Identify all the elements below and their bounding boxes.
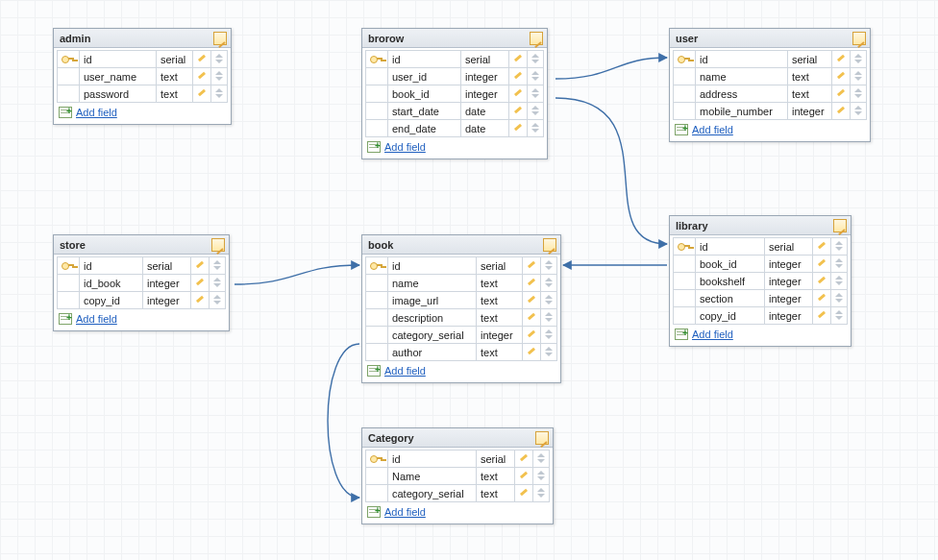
field-row[interactable]: image_urltext (366, 292, 557, 309)
reorder-field-button[interactable] (210, 257, 226, 275)
table-header[interactable]: brorow (362, 29, 547, 48)
field-row[interactable]: idserial (366, 51, 544, 68)
reorder-field-button[interactable] (831, 238, 848, 256)
edit-field-button[interactable] (832, 85, 851, 103)
table-library[interactable]: libraryidserialbook_idintegerbookshelfin… (669, 215, 852, 347)
reorder-field-button[interactable] (528, 103, 544, 120)
reorder-field-button[interactable] (831, 307, 848, 325)
reorder-field-button[interactable] (541, 327, 557, 344)
reorder-field-button[interactable] (851, 51, 867, 68)
reorder-field-button[interactable] (831, 290, 848, 307)
table-header[interactable]: user (670, 29, 870, 48)
edit-field-button[interactable] (832, 68, 851, 85)
reorder-field-button[interactable] (210, 292, 226, 309)
reorder-field-button[interactable] (541, 257, 557, 275)
edit-table-icon[interactable] (543, 238, 556, 252)
edit-field-button[interactable] (509, 103, 528, 120)
add-field-link[interactable]: Add field (384, 141, 426, 153)
field-row[interactable]: idserial (674, 51, 867, 68)
table-header[interactable]: Category (362, 428, 553, 448)
edit-field-button[interactable] (523, 344, 541, 361)
reorder-field-button[interactable] (533, 468, 550, 485)
add-field-link[interactable]: Add field (76, 313, 117, 325)
field-row[interactable]: user_idinteger (366, 68, 544, 85)
field-row[interactable]: category_serialtext (366, 485, 550, 502)
field-row[interactable]: Nametext (366, 468, 550, 485)
field-row[interactable]: nametext (366, 275, 557, 292)
table-header[interactable]: library (670, 216, 851, 235)
field-row[interactable]: addresstext (674, 85, 867, 103)
field-row[interactable]: start_datedate (366, 103, 544, 120)
edit-field-button[interactable] (523, 275, 541, 292)
edit-field-button[interactable] (191, 257, 210, 275)
reorder-field-button[interactable] (211, 85, 228, 103)
reorder-field-button[interactable] (541, 344, 557, 361)
field-row[interactable]: book_idinteger (366, 85, 544, 103)
field-row[interactable]: user_nametext (58, 68, 228, 85)
edit-field-button[interactable] (193, 51, 211, 68)
reorder-field-button[interactable] (528, 120, 544, 137)
reorder-field-button[interactable] (541, 275, 557, 292)
table-header[interactable]: store (54, 235, 229, 255)
edit-field-button[interactable] (509, 120, 528, 137)
edit-table-icon[interactable] (535, 431, 549, 445)
edit-field-button[interactable] (509, 51, 528, 68)
reorder-field-button[interactable] (528, 85, 544, 103)
reorder-field-button[interactable] (541, 309, 557, 327)
reorder-field-button[interactable] (541, 292, 557, 309)
field-row[interactable]: idserial (366, 450, 550, 468)
edit-field-button[interactable] (193, 68, 211, 85)
field-row[interactable]: bookshelfinteger (674, 273, 848, 290)
add-field-link[interactable]: Add field (692, 124, 733, 135)
edit-field-button[interactable] (832, 103, 851, 120)
table-admin[interactable]: adminidserialuser_nametextpasswordtextAd… (53, 28, 232, 125)
field-row[interactable]: idserial (58, 51, 228, 68)
field-row[interactable]: book_idinteger (674, 256, 848, 273)
edit-field-button[interactable] (191, 292, 210, 309)
edit-field-button[interactable] (523, 327, 541, 344)
reorder-field-button[interactable] (211, 51, 228, 68)
reorder-field-button[interactable] (210, 275, 226, 292)
reorder-field-button[interactable] (533, 485, 550, 502)
field-row[interactable]: idserial (674, 238, 848, 256)
edit-table-icon[interactable] (530, 32, 543, 45)
reorder-field-button[interactable] (851, 68, 867, 85)
add-field-link[interactable]: Add field (384, 365, 426, 377)
table-store[interactable]: storeidserialid_bookintegercopy_idintege… (53, 234, 230, 331)
field-row[interactable]: end_datedate (366, 120, 544, 137)
reorder-field-button[interactable] (533, 450, 550, 468)
field-row[interactable]: sectioninteger (674, 290, 848, 307)
edit-field-button[interactable] (515, 468, 533, 485)
reorder-field-button[interactable] (528, 68, 544, 85)
table-header[interactable]: admin (54, 29, 231, 48)
edit-field-button[interactable] (509, 85, 528, 103)
field-row[interactable]: id_bookinteger (58, 275, 226, 292)
field-row[interactable]: passwordtext (58, 85, 228, 103)
edit-field-button[interactable] (523, 257, 541, 275)
edit-table-icon[interactable] (213, 32, 227, 45)
edit-field-button[interactable] (515, 450, 533, 468)
edit-field-button[interactable] (509, 68, 528, 85)
reorder-field-button[interactable] (831, 256, 848, 273)
field-row[interactable]: idserial (58, 257, 226, 275)
edit-field-button[interactable] (193, 85, 211, 103)
field-row[interactable]: category_serialinteger (366, 327, 557, 344)
reorder-field-button[interactable] (211, 68, 228, 85)
field-row[interactable]: descriptiontext (366, 309, 557, 327)
field-row[interactable]: copy_idinteger (58, 292, 226, 309)
reorder-field-button[interactable] (851, 103, 867, 120)
edit-field-button[interactable] (523, 309, 541, 327)
table-book[interactable]: bookidserialnametextimage_urltextdescrip… (361, 234, 561, 383)
edit-field-button[interactable] (515, 485, 533, 502)
field-row[interactable]: mobile_numberinteger (674, 103, 867, 120)
reorder-field-button[interactable] (831, 273, 848, 290)
edit-field-button[interactable] (813, 238, 831, 256)
reorder-field-button[interactable] (528, 51, 544, 68)
edit-field-button[interactable] (813, 307, 831, 325)
field-row[interactable]: idserial (366, 257, 557, 275)
edit-field-button[interactable] (523, 292, 541, 309)
edit-field-button[interactable] (813, 256, 831, 273)
edit-field-button[interactable] (191, 275, 210, 292)
add-field-link[interactable]: Add field (384, 506, 426, 518)
reorder-field-button[interactable] (851, 85, 867, 103)
